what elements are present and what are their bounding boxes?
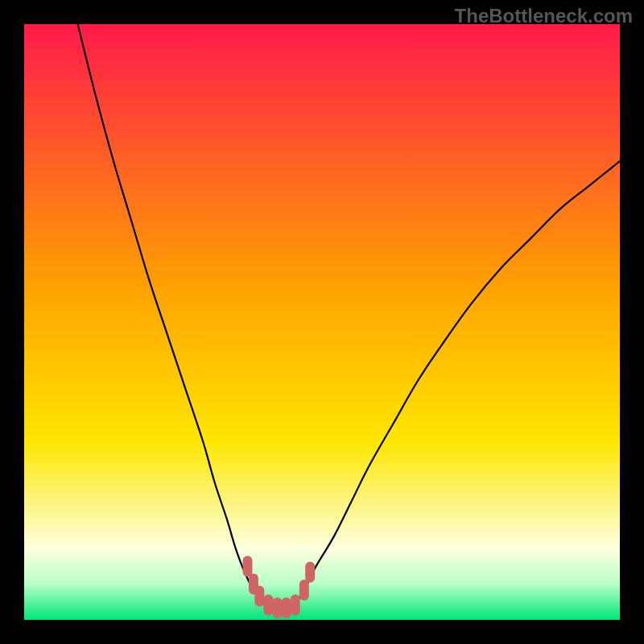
plot-area xyxy=(24,24,620,620)
marker-dot xyxy=(263,595,273,616)
marker-dot xyxy=(305,562,315,583)
marker-dot xyxy=(273,597,283,618)
marker-dot xyxy=(299,580,309,601)
marker-dot xyxy=(291,595,300,616)
marker-dot xyxy=(282,597,291,618)
gradient-background xyxy=(24,24,620,620)
marker-dot xyxy=(254,585,264,606)
marker-dot xyxy=(243,555,253,576)
chart-root: TheBottleneck.com xyxy=(0,0,644,644)
chart-svg xyxy=(24,24,620,620)
